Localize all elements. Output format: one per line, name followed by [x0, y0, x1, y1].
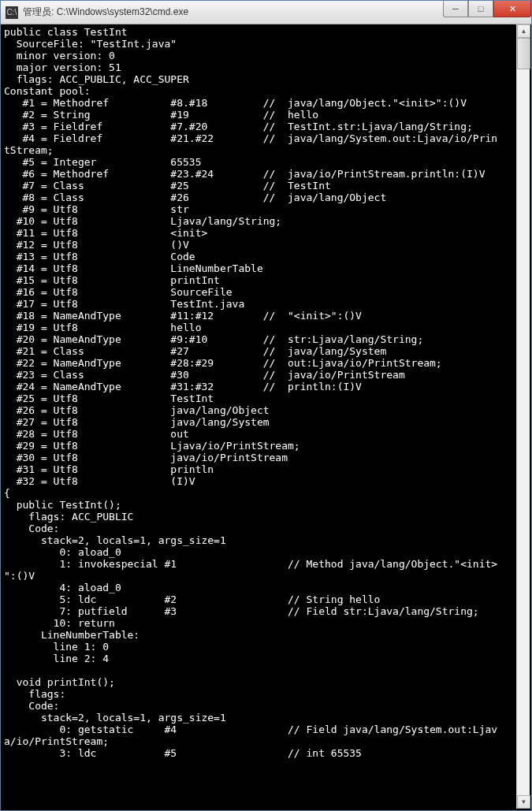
vertical-scrollbar[interactable]: ▲ ▼ — [516, 24, 530, 809]
scroll-down-arrow-icon[interactable]: ▼ — [517, 795, 530, 809]
cmd-window: C:\ 管理员: C:\Windows\system32\cmd.exe ─ □… — [0, 0, 532, 811]
cmd-icon: C:\ — [6, 6, 18, 19]
console-output: public class TestInt SourceFile: "TestIn… — [4, 26, 528, 759]
maximize-button[interactable]: □ — [468, 1, 493, 17]
minimize-button[interactable]: ─ — [443, 1, 468, 17]
close-button[interactable]: ✕ — [493, 1, 531, 17]
titlebar[interactable]: C:\ 管理员: C:\Windows\system32\cmd.exe ─ □… — [1, 1, 531, 24]
scroll-thumb[interactable] — [517, 38, 530, 69]
console-area[interactable]: public class TestInt SourceFile: "TestIn… — [2, 24, 530, 809]
window-controls: ─ □ ✕ — [443, 1, 531, 17]
scroll-up-arrow-icon[interactable]: ▲ — [517, 24, 530, 38]
window-title: 管理员: C:\Windows\system32\cmd.exe — [23, 6, 188, 19]
